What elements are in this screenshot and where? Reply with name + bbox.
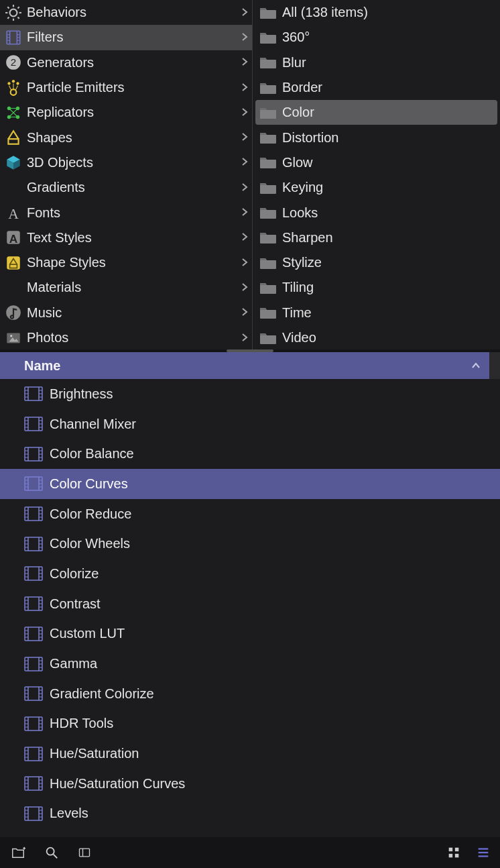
list-item[interactable]: Gradient Colorize [0, 679, 500, 709]
filter-item-icon [24, 386, 43, 401]
subcategory-row[interactable]: All (138 items) [255, 0, 497, 25]
category-row[interactable]: Fonts [0, 200, 252, 225]
chevron-right-icon [241, 57, 248, 68]
subcategory-row[interactable]: Sharpen [255, 225, 497, 250]
category-row[interactable]: Generators [0, 50, 252, 75]
folder-icon [259, 231, 277, 244]
list-item[interactable]: HDR Tools [0, 709, 500, 739]
category-label: Photos [27, 330, 241, 345]
list-item[interactable]: Color Balance [0, 439, 500, 469]
list-item-label: HDR Tools [50, 716, 113, 731]
subcategory-row[interactable]: Distortion [255, 125, 497, 150]
subcategory-row[interactable]: Blur [255, 50, 497, 75]
filter-item-icon [24, 417, 43, 431]
category-row[interactable]: Replicators [0, 100, 252, 125]
subcategory-row[interactable]: Time [255, 301, 497, 325]
list-item[interactable]: Colorize [0, 559, 500, 589]
chevron-right-icon [241, 282, 248, 293]
filter-item-icon [24, 537, 43, 551]
list-item[interactable]: Channel Mixer [0, 409, 500, 439]
filter-item-icon [24, 776, 43, 791]
category-label: Fonts [27, 205, 241, 221]
emitter-icon [4, 78, 23, 97]
category-label: Filters [27, 30, 241, 45]
list-item[interactable]: Color Curves [0, 469, 500, 499]
filter-item-icon [24, 686, 43, 701]
sphere-icon [4, 278, 23, 297]
column-header-name[interactable]: Name [24, 358, 472, 374]
list-item-label: Hue/Saturation [50, 746, 139, 761]
list-item-label: Brightness [50, 386, 113, 402]
chevron-right-icon [241, 107, 248, 118]
category-row[interactable]: Particle Emitters [0, 75, 252, 100]
folder-icon [259, 106, 277, 119]
new-folder-button[interactable] [9, 845, 27, 860]
list-item[interactable]: Color Reduce [0, 499, 500, 529]
category-row[interactable]: Photos [0, 325, 252, 349]
category-label: Gradients [27, 180, 241, 195]
category-row[interactable]: Gradients [0, 175, 252, 200]
category-label: Materials [27, 280, 241, 295]
subcategory-row[interactable]: Border [255, 75, 497, 100]
subcategory-row[interactable]: Glow [255, 150, 497, 175]
list-item[interactable]: Hue/Saturation [0, 739, 500, 769]
subcategory-label: Distortion [282, 130, 338, 146]
list-item[interactable]: Gamma [0, 649, 500, 679]
folder-icon [259, 156, 277, 169]
subcategory-label: Looks [282, 205, 318, 221]
search-button[interactable] [44, 845, 59, 860]
library-browser: BehaviorsFiltersGeneratorsParticle Emitt… [0, 0, 500, 349]
list-item-label: Color Balance [50, 446, 134, 462]
shape-icon [4, 128, 23, 147]
folder-icon [259, 306, 277, 319]
filter-item-icon [24, 566, 43, 581]
subcategory-row[interactable]: Looks [255, 200, 497, 225]
list-item[interactable]: Custom LUT [0, 619, 500, 649]
gear-icon [4, 3, 23, 22]
subcategory-label: Color [282, 105, 314, 120]
subcategory-label: Keying [282, 180, 323, 195]
toggle-sidebar-button[interactable] [76, 846, 92, 859]
list-view-button[interactable] [476, 845, 491, 860]
list-item-label: Color Curves [50, 476, 128, 492]
subcategory-row[interactable]: Video [255, 325, 497, 349]
category-row[interactable]: Shape Styles [0, 250, 252, 275]
chevron-right-icon [241, 157, 248, 168]
list-header[interactable]: Name [0, 352, 500, 379]
list-item-label: Gamma [50, 656, 97, 671]
list-item[interactable]: Contrast [0, 589, 500, 619]
category-row[interactable]: Behaviors [0, 0, 252, 25]
chevron-right-icon [241, 132, 248, 143]
folder-icon [259, 6, 277, 19]
category-row[interactable]: Shapes [0, 125, 252, 150]
subcategory-row[interactable]: 360° [255, 25, 497, 50]
subcategory-label: Stylize [282, 255, 322, 270]
category-row[interactable]: Filters [0, 25, 252, 50]
folder-icon [259, 56, 277, 69]
folder-icon [259, 31, 277, 44]
list-item-label: Levels [50, 806, 88, 821]
grid-view-button[interactable] [446, 845, 461, 860]
font-a-icon [4, 203, 23, 222]
subcategory-row[interactable]: Tiling [255, 275, 497, 300]
chevron-right-icon [241, 232, 248, 243]
list-item[interactable]: Color Wheels [0, 529, 500, 559]
filter-item-icon [24, 506, 43, 521]
category-row[interactable]: 3D Objects [0, 150, 252, 175]
category-row[interactable]: Text Styles [0, 225, 252, 250]
subcategory-row[interactable]: Color [255, 100, 497, 125]
subcategory-row[interactable]: Keying [255, 175, 497, 200]
list-item[interactable]: Levels [0, 799, 500, 829]
subcategory-label: Blur [282, 55, 306, 70]
text-style-icon [4, 228, 23, 247]
list-item[interactable]: Hue/Saturation Curves [0, 769, 500, 799]
category-row[interactable]: Music [0, 301, 252, 325]
category-label: Replicators [27, 105, 241, 120]
scrollbar-track[interactable] [489, 352, 500, 379]
list-item[interactable]: Brightness [0, 379, 500, 409]
subcategory-row[interactable]: Stylize [255, 250, 497, 275]
folder-icon [259, 331, 277, 345]
chevron-right-icon [241, 258, 248, 268]
filter-item-icon [24, 806, 43, 821]
category-row[interactable]: Materials [0, 275, 252, 300]
